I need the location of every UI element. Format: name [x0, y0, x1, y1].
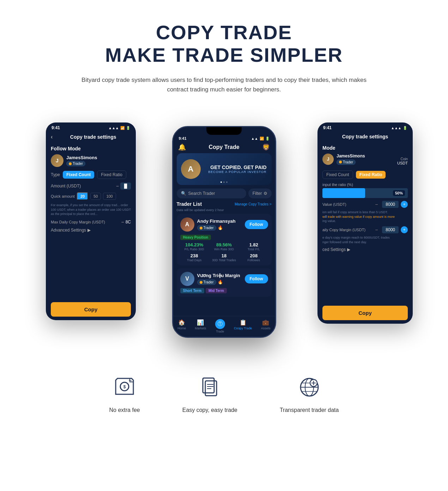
value-row-right: Value (USDT) − 8000 +	[322, 201, 408, 208]
phone-left-header: ‹ Copy trade settings	[46, 132, 136, 142]
phone-right-content: Mode J JamesSimons Trader Coin USDT	[317, 145, 413, 252]
ratio-label: input the ratio (%)	[322, 182, 408, 187]
value-minus-btn[interactable]: −	[373, 201, 380, 208]
ratio-fill	[322, 188, 365, 198]
value-box: 8000	[382, 201, 399, 208]
trader1-badge: Trader	[197, 225, 216, 230]
quick-50-btn[interactable]: 50	[90, 193, 101, 200]
copy-trade-icon: 📋	[240, 319, 247, 326]
follow-btn-1[interactable]: Follow	[245, 220, 268, 229]
nav-copy-trade[interactable]: 📋 Coopy Trade	[234, 319, 252, 333]
assets-icon: 💼	[262, 319, 269, 326]
quick-20-btn[interactable]: 20	[77, 192, 88, 200]
follow-btn-2[interactable]: Follow	[245, 274, 268, 283]
avatar-right: J	[322, 154, 334, 165]
daily-plus-btn[interactable]: +	[401, 226, 408, 233]
filter-icon: ⚙	[264, 191, 267, 196]
stats-grid-2: 238 Trad Days 18 30D Total Trades 208 Fo…	[180, 253, 268, 262]
copy-btn-left[interactable]: Copy	[51, 302, 131, 317]
quick-100-btn[interactable]: 100	[103, 193, 116, 200]
feature-transparent: Transparent trader data	[280, 373, 339, 413]
quick-amount-label: Quick amount	[51, 194, 75, 198]
bottom-nav: 🏠 Home 📊 Markets Ⓣ Trade 📋 Coopy Trade 💼…	[173, 316, 275, 337]
update-text: Data will be updated every 2 hour	[173, 208, 275, 214]
fixed-ratio-btn-left[interactable]: Fixed Ratio	[97, 170, 126, 179]
nav-assets[interactable]: 💼 Assets	[261, 319, 271, 333]
fire-icon-2: 🔥	[218, 280, 223, 285]
feature-icon-globe	[295, 373, 323, 401]
amount-minus-left[interactable]: −	[116, 183, 119, 189]
search-row: 🔍 Search Trader Filter ⚙	[173, 188, 275, 201]
markets-icon: 📊	[197, 319, 204, 326]
phone-notch	[206, 127, 242, 135]
trader1-name: Andy Firmansyah	[197, 218, 242, 224]
mid-term-tag: Mid Term	[206, 288, 227, 293]
advanced-settings-right[interactable]: ced Settings ▶	[322, 247, 408, 252]
phone-left: 9:41 ▲▲▲ 📶 🔋 ‹ Copy trade settings Follo…	[46, 122, 136, 320]
value-plus-btn[interactable]: +	[401, 201, 408, 208]
coin-label: Coin	[397, 157, 408, 161]
features-section: $ No extra fee Easy copy, easy trade	[0, 359, 448, 435]
manage-link[interactable]: Manage Copy Trades >	[235, 202, 271, 206]
logo-icon: 🦁	[262, 143, 270, 151]
home-icon: 🏠	[178, 319, 185, 326]
search-box[interactable]: 🔍 Search Trader	[177, 188, 246, 198]
hero-title: COPY TRADE MAKE TRADE SIMPLER	[14, 21, 434, 67]
trader-card-2: V Vương Triệu Margin Trader 🔥 Follow Sho…	[177, 268, 272, 297]
filter-button[interactable]: Filter ⚙	[248, 188, 272, 198]
banner-avatar: A	[181, 159, 201, 179]
hero-section: COPY TRADE MAKE TRADE SIMPLER Bityard co…	[0, 0, 448, 105]
follow-mode-label: Follow Mode	[51, 146, 131, 151]
type-row-right: Fixed Count Fixed Ratio	[322, 170, 408, 179]
hero-subtitle: Bityard copy trade system allows users t…	[79, 75, 369, 94]
feature-icon-copy	[196, 373, 224, 401]
coin-row-right: J JamesSimons Trader Coin USDT	[322, 154, 408, 168]
trade-icon: Ⓣ	[215, 319, 225, 329]
advanced-settings-left[interactable]: Advanced Settings ▶	[51, 228, 131, 233]
copy-btn-right[interactable]: Copy	[322, 306, 408, 320]
trader2-badge: Trader	[197, 280, 216, 285]
phone-center: 9:41 ▲▲ 📶 🔋 🔔 Copy Trade 🦁 A GET COPIED.…	[172, 126, 276, 338]
nav-trade[interactable]: Ⓣ Trade	[215, 319, 225, 333]
phones-section: 9:41 ▲▲▲ 📶 🔋 ‹ Copy trade settings Follo…	[0, 112, 448, 352]
feature-no-fee: $ No extra fee	[109, 373, 140, 413]
max-margin-label: Max Daily Copy Margin (USDT)	[51, 220, 105, 224]
stats-grid-1: 104.23% P/L Ratio 30D 89.56% Win Rate 30…	[180, 242, 268, 251]
quick-row-left: Quick amount 20 50 100	[51, 192, 131, 200]
feature-easy-copy: Easy copy, easy trade	[182, 373, 237, 413]
fixed-count-btn-left[interactable]: Fixed Count	[63, 171, 94, 179]
ratio-input-row: input the ratio (%) 50%	[322, 182, 408, 198]
center-banner: A GET COPIED. GET PAID BECOME A POPULAR …	[177, 153, 272, 185]
back-arrow-icon[interactable]: ‹	[51, 134, 53, 140]
tc-avatar-2: V	[180, 272, 194, 286]
margin-minus-btn[interactable]: −	[121, 219, 124, 225]
banner-get-copied: GET COPIED. GET PAID	[208, 164, 266, 170]
nav-markets[interactable]: 📊 Markets	[195, 319, 206, 333]
value-label: Value (USDT)	[322, 202, 346, 206]
trader-info-left: JamesSimons Trader	[66, 155, 131, 167]
trader-name-left: JamesSimons	[66, 155, 131, 160]
fire-icon-1: 🔥	[218, 225, 223, 230]
tc-avatar-1: A	[180, 217, 194, 232]
daily-minus-btn[interactable]: −	[373, 226, 380, 233]
ratio-bar[interactable]: 50%	[322, 188, 408, 198]
feature-icon-fee: $	[110, 373, 139, 401]
daily-margin-label: aily Copy Margin (USDT)	[322, 228, 365, 232]
bell-icon[interactable]: 🔔	[178, 143, 186, 151]
fixed-ratio-btn-right[interactable]: Fixed Ratio	[356, 171, 386, 179]
max-margin-row: Max Daily Copy Margin (USDT) − 8C	[51, 219, 131, 225]
daily-margin-row: aily Copy Margin (USDT) − 8000 +	[322, 226, 408, 233]
banner-dots	[220, 181, 228, 183]
center-title: Copy Trade	[208, 144, 239, 150]
badge-dot-left	[69, 162, 72, 165]
fixed-count-btn-right[interactable]: Fixed Count	[322, 170, 353, 179]
short-term-tag: Short Term	[180, 288, 205, 293]
phone-right: 9:41 ▲▲▲ 🔋 Copy trade settings Mode J Ja…	[317, 122, 413, 324]
info-text-left: For example, if you set the amount of co…	[51, 203, 131, 216]
status-bar-right: 9:41 ▲▲▲ 🔋	[317, 122, 413, 132]
nav-home[interactable]: 🏠 Home	[177, 319, 186, 333]
trader2-name: Vương Triệu Margin	[197, 273, 242, 278]
trader-badge-right: Trader	[337, 160, 356, 165]
heavy-position-tag: Heavy Position	[180, 235, 211, 240]
feature-copy-label: Easy copy, easy trade	[182, 407, 237, 413]
